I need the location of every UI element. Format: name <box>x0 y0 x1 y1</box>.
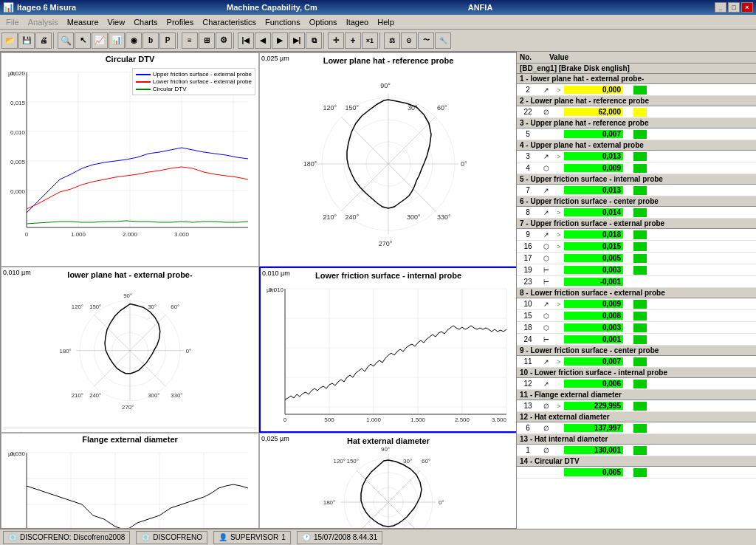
section-14: 14 - Circular DTV <box>517 456 756 467</box>
svg-text:300°: 300° <box>407 213 421 221</box>
menu-charts[interactable]: Charts <box>129 15 162 29</box>
menu-file[interactable]: File <box>1 15 24 29</box>
table-row: 18⬡ 0,003 <box>517 322 756 334</box>
svg-text:µm: µm <box>8 70 17 77</box>
tb-tools2[interactable]: 🔧 <box>435 32 451 49</box>
menu-view[interactable]: View <box>103 15 130 29</box>
tb-filter[interactable]: 〜 <box>418 32 434 49</box>
minimize-button[interactable]: _ <box>715 2 726 13</box>
tb-bar[interactable]: 📊 <box>109 32 125 49</box>
chart-title-hat-ext: Hat external diameter <box>261 436 515 445</box>
svg-text:330°: 330° <box>171 392 182 399</box>
svg-text:60°: 60° <box>422 458 430 465</box>
tb-play[interactable]: ▶ <box>272 32 288 49</box>
svg-text:1.000: 1.000 <box>71 231 86 238</box>
tb-cursor[interactable]: ↖ <box>75 32 91 49</box>
section-3: 3 - Upper plane hat - reference probe <box>517 118 756 128</box>
table-row: 3↗> 0,013 <box>517 151 756 162</box>
tb-crosshair[interactable]: ✛ <box>328 32 344 49</box>
svg-text:240°: 240° <box>345 213 359 221</box>
table-row: 9↗> 0,018 <box>517 229 756 241</box>
table-row: 0,005 <box>517 467 756 479</box>
menu-options[interactable]: Options <box>305 15 342 29</box>
chart-lower-plane-hat-ref[interactable]: 0,025 µm Lower plane hat - reference pro… <box>259 52 517 267</box>
chart-title-lower-friction-int: Lower friction surface - internal probe <box>262 271 515 280</box>
supervisor-count: 1 <box>281 533 286 541</box>
svg-text:150°: 150° <box>89 304 101 310</box>
supervisor-icon: 👤 <box>219 533 227 541</box>
svg-text:270°: 270° <box>122 404 134 411</box>
charts-area: Circular DTV Upper friction surface - ex… <box>0 52 517 529</box>
svg-text:0,030: 0,030 <box>10 450 26 457</box>
scale-label-ref: 0,025 µm <box>261 55 289 62</box>
svg-text:210°: 210° <box>72 392 83 399</box>
polar-svg-ext: 90° 0° 270° 180° 60° 30° 330° 210° 120° … <box>45 293 215 415</box>
table-row: 19⊢ 0,003 <box>517 264 756 276</box>
chart-hat-external-diameter[interactable]: 0,025 µm Hat external diameter 90° 0° 27… <box>259 433 517 529</box>
section-6: 6 - Upper friction surface - center prob… <box>517 196 756 207</box>
table-row: 5 0,007 <box>517 128 756 140</box>
tb-pie[interactable]: ◉ <box>126 32 142 49</box>
svg-text:1.500: 1.500 <box>410 417 426 423</box>
tb-calib[interactable]: ⚖ <box>384 32 400 49</box>
menu-measure[interactable]: Measure <box>63 15 103 29</box>
svg-text:0: 0 <box>25 231 29 238</box>
toolbar-sep-4 <box>323 32 326 49</box>
maximize-button[interactable]: □ <box>728 2 740 13</box>
tb-line[interactable]: 📈 <box>92 32 108 49</box>
title-text: 📊 Itageo 6 Misura Machine Capability, Cm… <box>3 2 492 13</box>
polar-svg-hat-ext: 90° 0° 270° 180° 60° 30° 330° 210° 120° … <box>315 447 462 529</box>
section-5: 5 - Upper friction surface - internal pr… <box>517 174 756 185</box>
menu-functions[interactable]: Functions <box>261 15 305 29</box>
tb-print[interactable]: 🖨 <box>35 32 52 49</box>
tb-text[interactable]: P <box>159 32 176 49</box>
tb-prev[interactable]: ◀ <box>255 32 271 49</box>
col-no-header: No. <box>520 53 549 61</box>
tb-bold[interactable]: b <box>142 32 159 49</box>
tb-zoom[interactable]: 🔍 <box>58 32 74 49</box>
menu-profiles[interactable]: Profiles <box>162 15 199 29</box>
tb-settings[interactable]: ⚙ <box>216 32 232 49</box>
table-row: 16⬡> 0,015 <box>517 241 756 253</box>
section-13: 13 - Hat internal diameter <box>517 434 756 445</box>
section-4: 4 - Upper plane hat - external probe <box>517 140 756 151</box>
chart-lower-plane-hat-ext[interactable]: 0,010 µm lower plane hat - external prob… <box>1 267 259 433</box>
menu-itageo[interactable]: Itageo <box>342 15 374 29</box>
right-table-header: No. Value <box>517 52 756 64</box>
tb-skip-end[interactable]: ▶| <box>289 32 305 49</box>
section-10: 10 - Lower friction surface - internal p… <box>517 368 756 378</box>
close-button[interactable]: × <box>741 2 753 13</box>
menu-help[interactable]: Help <box>373 15 399 29</box>
tb-copy[interactable]: ⧉ <box>306 32 322 49</box>
menu-analysis[interactable]: Analysis <box>24 15 63 29</box>
chart-flange-external[interactable]: Flange external diameter µm 0,030 <box>1 433 259 529</box>
user-label: DISCOFRENO <box>153 533 202 541</box>
polar-chart-hat-ext: 90° 0° 270° 180° 60° 30° 330° 210° 120° … <box>261 447 515 529</box>
chart-title-flange-ext: Flange external diameter <box>3 435 257 444</box>
tb-open[interactable]: 📂 <box>1 32 18 49</box>
tb-plus[interactable]: + <box>345 32 361 49</box>
tb-chart3[interactable]: ⊞ <box>199 32 215 49</box>
chart-circular-dtv[interactable]: Circular DTV Upper friction surface - ex… <box>1 52 259 267</box>
tb-skip-start[interactable]: |◀ <box>238 32 254 49</box>
right-table[interactable]: [BD_eng1] [Brake Disk english] 1 - lower… <box>517 64 756 529</box>
section-2: 2 - Lower plane hat - reference probe <box>517 96 756 106</box>
toolbar-sep-2 <box>177 32 180 49</box>
table-row: 8↗> 0,014 <box>517 207 756 219</box>
tb-save[interactable]: 💾 <box>18 32 35 49</box>
table-row: 13∅> 229,995 <box>517 400 756 412</box>
tb-x1[interactable]: ×1 <box>362 32 378 49</box>
section-12: 12 - Hat external diameter <box>517 412 756 422</box>
svg-text:180°: 180° <box>60 348 72 354</box>
table-row: 1∅ 130,001 <box>517 445 756 456</box>
svg-text:90°: 90° <box>381 447 390 453</box>
svg-text:150°: 150° <box>346 458 359 465</box>
menu-characteristics[interactable]: Characteristics <box>198 15 261 29</box>
table-row: 7↗ 0,013 <box>517 185 756 196</box>
table-row: 22∅ 62,000 <box>517 106 756 118</box>
chart-title-circular-dtv: Circular DTV <box>3 55 257 64</box>
tb-probe[interactable]: ⊙ <box>401 32 417 49</box>
svg-text:180°: 180° <box>303 160 317 168</box>
chart-lower-friction-internal[interactable]: 0,010 µm Lower friction surface - intern… <box>259 267 517 433</box>
tb-chart2[interactable]: ≡ <box>182 32 198 49</box>
